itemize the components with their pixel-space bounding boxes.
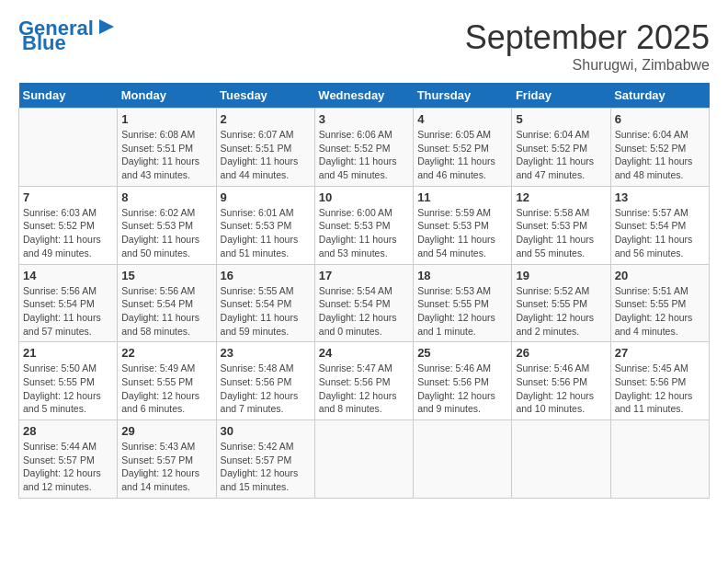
calendar-cell: 26Sunrise: 5:46 AM Sunset: 5:56 PM Dayli… [512, 342, 610, 420]
day-number: 28 [23, 424, 113, 438]
day-number: 20 [615, 269, 705, 282]
calendar-header-sunday: Sunday [19, 83, 118, 109]
day-info: Sunrise: 5:56 AM Sunset: 5:54 PM Dayligh… [23, 284, 113, 339]
calendar-header-row: SundayMondayTuesdayWednesdayThursdayFrid… [19, 83, 710, 109]
day-info: Sunrise: 6:08 AM Sunset: 5:51 PM Dayligh… [121, 128, 211, 182]
calendar-cell: 29Sunrise: 5:43 AM Sunset: 5:57 PM Dayli… [118, 420, 216, 499]
day-number: 16 [221, 269, 311, 282]
day-number: 3 [319, 112, 409, 126]
calendar-cell: 30Sunrise: 5:42 AM Sunset: 5:57 PM Dayli… [216, 420, 314, 499]
calendar-cell: 19Sunrise: 5:52 AM Sunset: 5:55 PM Dayli… [512, 264, 610, 342]
calendar-cell: 3Sunrise: 6:06 AM Sunset: 5:52 PM Daylig… [314, 109, 413, 187]
svg-marker-0 [99, 19, 114, 34]
calendar-header-wednesday: Wednesday [314, 83, 413, 109]
day-number: 6 [615, 112, 705, 126]
day-info: Sunrise: 6:01 AM Sunset: 5:53 PM Dayligh… [221, 206, 311, 260]
day-info: Sunrise: 6:00 AM Sunset: 5:53 PM Dayligh… [319, 206, 409, 260]
day-info: Sunrise: 6:02 AM Sunset: 5:53 PM Dayligh… [121, 206, 211, 260]
day-number: 11 [417, 190, 507, 204]
day-info: Sunrise: 5:47 AM Sunset: 5:56 PM Dayligh… [319, 362, 409, 416]
day-info: Sunrise: 5:52 AM Sunset: 5:55 PM Dayligh… [516, 284, 606, 339]
day-number: 30 [221, 424, 311, 438]
calendar-cell: 10Sunrise: 6:00 AM Sunset: 5:53 PM Dayli… [314, 186, 413, 264]
day-number: 22 [121, 346, 211, 360]
day-number: 4 [417, 112, 507, 126]
day-info: Sunrise: 5:58 AM Sunset: 5:53 PM Dayligh… [516, 206, 606, 260]
day-info: Sunrise: 5:42 AM Sunset: 5:57 PM Dayligh… [221, 440, 311, 494]
logo-arrow-icon [96, 16, 118, 38]
day-info: Sunrise: 5:55 AM Sunset: 5:54 PM Dayligh… [221, 284, 311, 339]
calendar-cell: 28Sunrise: 5:44 AM Sunset: 5:57 PM Dayli… [19, 420, 118, 499]
logo-blue-text: Blue [22, 33, 66, 53]
day-info: Sunrise: 5:53 AM Sunset: 5:55 PM Dayligh… [417, 284, 507, 339]
calendar-cell: 4Sunrise: 6:05 AM Sunset: 5:52 PM Daylig… [414, 109, 512, 187]
day-number: 19 [516, 269, 606, 282]
calendar-header-monday: Monday [118, 83, 216, 109]
day-number: 1 [121, 112, 211, 126]
day-number: 25 [417, 346, 507, 360]
day-number: 13 [615, 190, 705, 204]
calendar-cell: 6Sunrise: 6:04 AM Sunset: 5:52 PM Daylig… [610, 109, 709, 187]
calendar-cell: 23Sunrise: 5:48 AM Sunset: 5:56 PM Dayli… [216, 342, 314, 420]
calendar-cell [512, 420, 610, 499]
calendar-cell: 18Sunrise: 5:53 AM Sunset: 5:55 PM Dayli… [414, 264, 512, 342]
day-info: Sunrise: 5:51 AM Sunset: 5:55 PM Dayligh… [615, 284, 705, 339]
calendar-cell: 5Sunrise: 6:04 AM Sunset: 5:52 PM Daylig… [512, 109, 610, 187]
page-header: General Blue September 2025 Shurugwi, Zi… [18, 18, 710, 74]
title-block: September 2025 Shurugwi, Zimbabwe [465, 18, 710, 74]
day-info: Sunrise: 6:03 AM Sunset: 5:52 PM Dayligh… [23, 206, 113, 260]
calendar-header-thursday: Thursday [414, 83, 512, 109]
day-number: 18 [417, 269, 507, 282]
day-info: Sunrise: 5:54 AM Sunset: 5:54 PM Dayligh… [319, 284, 409, 339]
calendar-cell: 27Sunrise: 5:45 AM Sunset: 5:56 PM Dayli… [610, 342, 709, 420]
day-number: 14 [23, 269, 113, 282]
day-number: 29 [121, 424, 211, 438]
calendar-header-friday: Friday [512, 83, 610, 109]
day-info: Sunrise: 5:56 AM Sunset: 5:54 PM Dayligh… [121, 284, 211, 339]
calendar-cell: 22Sunrise: 5:49 AM Sunset: 5:55 PM Dayli… [118, 342, 216, 420]
calendar-cell: 15Sunrise: 5:56 AM Sunset: 5:54 PM Dayli… [118, 264, 216, 342]
calendar-header-tuesday: Tuesday [216, 83, 314, 109]
calendar-cell: 13Sunrise: 5:57 AM Sunset: 5:54 PM Dayli… [610, 186, 709, 264]
day-info: Sunrise: 5:43 AM Sunset: 5:57 PM Dayligh… [121, 440, 211, 494]
day-number: 26 [516, 346, 606, 360]
day-info: Sunrise: 5:57 AM Sunset: 5:54 PM Dayligh… [615, 206, 705, 260]
calendar-cell: 1Sunrise: 6:08 AM Sunset: 5:51 PM Daylig… [118, 109, 216, 187]
day-number: 7 [23, 190, 113, 204]
day-number: 5 [516, 112, 606, 126]
logo: General Blue [18, 18, 118, 53]
calendar-week-5: 28Sunrise: 5:44 AM Sunset: 5:57 PM Dayli… [19, 420, 710, 499]
day-number: 2 [221, 112, 311, 126]
calendar-cell: 2Sunrise: 6:07 AM Sunset: 5:51 PM Daylig… [216, 109, 314, 187]
day-info: Sunrise: 5:44 AM Sunset: 5:57 PM Dayligh… [23, 440, 113, 494]
calendar-week-4: 21Sunrise: 5:50 AM Sunset: 5:55 PM Dayli… [19, 342, 710, 420]
page-subtitle: Shurugwi, Zimbabwe [465, 57, 710, 74]
day-info: Sunrise: 5:49 AM Sunset: 5:55 PM Dayligh… [121, 362, 211, 416]
calendar-cell [19, 109, 118, 187]
calendar-cell: 9Sunrise: 6:01 AM Sunset: 5:53 PM Daylig… [216, 186, 314, 264]
day-info: Sunrise: 6:07 AM Sunset: 5:51 PM Dayligh… [221, 128, 311, 182]
day-number: 24 [319, 346, 409, 360]
calendar-cell [414, 420, 512, 499]
day-info: Sunrise: 5:50 AM Sunset: 5:55 PM Dayligh… [23, 362, 113, 416]
day-number: 23 [221, 346, 311, 360]
day-info: Sunrise: 5:46 AM Sunset: 5:56 PM Dayligh… [417, 362, 507, 416]
page-title: September 2025 [465, 18, 710, 57]
day-number: 21 [23, 346, 113, 360]
day-number: 12 [516, 190, 606, 204]
calendar-cell [314, 420, 413, 499]
calendar-cell: 7Sunrise: 6:03 AM Sunset: 5:52 PM Daylig… [19, 186, 118, 264]
calendar-cell: 20Sunrise: 5:51 AM Sunset: 5:55 PM Dayli… [610, 264, 709, 342]
day-info: Sunrise: 6:04 AM Sunset: 5:52 PM Dayligh… [516, 128, 606, 182]
calendar-cell: 21Sunrise: 5:50 AM Sunset: 5:55 PM Dayli… [19, 342, 118, 420]
day-number: 17 [319, 269, 409, 282]
calendar-cell: 24Sunrise: 5:47 AM Sunset: 5:56 PM Dayli… [314, 342, 413, 420]
calendar-cell: 8Sunrise: 6:02 AM Sunset: 5:53 PM Daylig… [118, 186, 216, 264]
calendar-cell [610, 420, 709, 499]
calendar-cell: 12Sunrise: 5:58 AM Sunset: 5:53 PM Dayli… [512, 186, 610, 264]
calendar-week-2: 7Sunrise: 6:03 AM Sunset: 5:52 PM Daylig… [19, 186, 710, 264]
day-number: 15 [121, 269, 211, 282]
day-info: Sunrise: 5:46 AM Sunset: 5:56 PM Dayligh… [516, 362, 606, 416]
day-info: Sunrise: 6:05 AM Sunset: 5:52 PM Dayligh… [417, 128, 507, 182]
calendar-cell: 11Sunrise: 5:59 AM Sunset: 5:53 PM Dayli… [414, 186, 512, 264]
